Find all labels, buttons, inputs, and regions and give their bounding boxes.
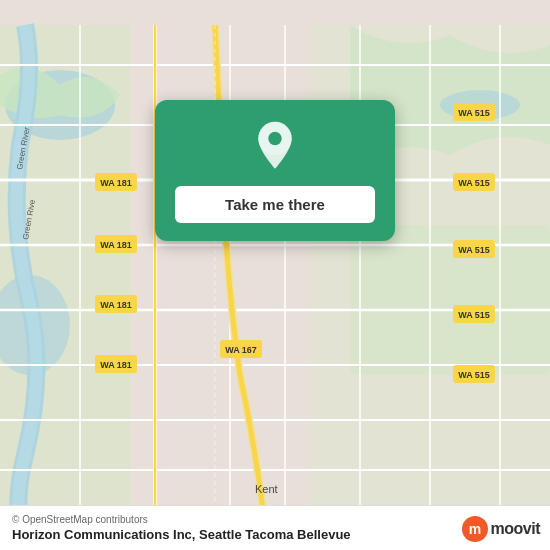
- svg-text:WA 515: WA 515: [458, 108, 490, 118]
- take-me-there-button[interactable]: Take me there: [175, 186, 375, 223]
- svg-point-49: [268, 132, 281, 145]
- svg-text:WA 515: WA 515: [458, 310, 490, 320]
- osm-attribution: © OpenStreetMap contributors: [12, 514, 538, 525]
- moovit-m-icon: m: [462, 516, 488, 542]
- moovit-logo: m moovit: [462, 516, 540, 542]
- svg-text:WA 515: WA 515: [458, 245, 490, 255]
- pin-icon: [249, 120, 301, 172]
- moovit-text: moovit: [491, 520, 540, 538]
- svg-text:WA 181: WA 181: [100, 178, 132, 188]
- svg-text:WA 181: WA 181: [100, 240, 132, 250]
- svg-rect-5: [350, 225, 550, 375]
- svg-text:WA 515: WA 515: [458, 178, 490, 188]
- svg-text:WA 167: WA 167: [225, 345, 257, 355]
- svg-text:Kent: Kent: [255, 483, 278, 495]
- map-container: WA 181 WA 181 WA 181 WA 181 WA 167 WA 51…: [0, 0, 550, 550]
- popup-card: Take me there: [155, 100, 395, 241]
- location-title: Horizon Communications Inc, Seattle Taco…: [12, 527, 538, 542]
- svg-text:WA 181: WA 181: [100, 360, 132, 370]
- svg-text:WA 515: WA 515: [458, 370, 490, 380]
- map-svg: WA 181 WA 181 WA 181 WA 181 WA 167 WA 51…: [0, 0, 550, 550]
- svg-text:WA 181: WA 181: [100, 300, 132, 310]
- svg-text:m: m: [468, 521, 480, 537]
